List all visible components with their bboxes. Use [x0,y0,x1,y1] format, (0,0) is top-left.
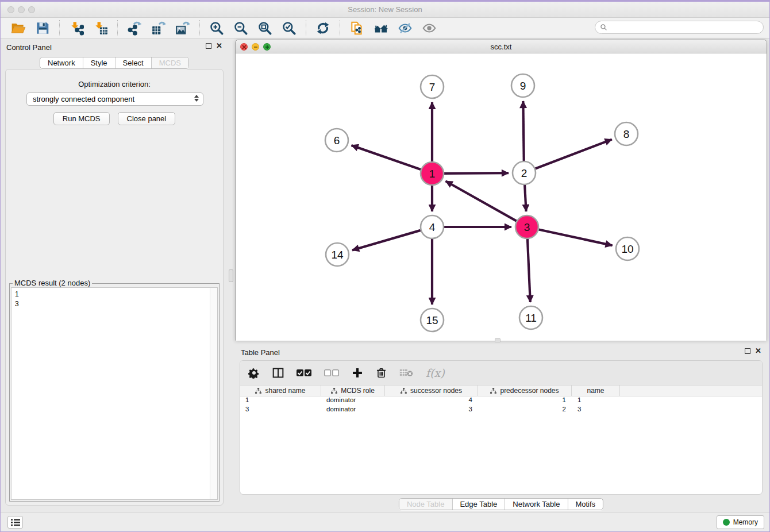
cell-shared-name[interactable]: 3 [240,406,321,415]
mcds-result-group: MCDS result (2 nodes) 1 3 [9,283,220,502]
table-panel-title: Table Panel [241,348,280,357]
float-table-panel-icon[interactable] [745,348,750,354]
criterion-select[interactable]: strongly connected component [26,92,203,106]
graph-edge-2-9[interactable] [523,101,523,161]
search-input[interactable] [610,24,759,32]
zoom-out-icon[interactable] [232,20,249,36]
import-network-icon[interactable] [68,20,85,36]
graph-edge-2-3[interactable] [525,185,526,211]
select-stepper-icon [194,95,199,102]
mcds-result-list[interactable]: 1 3 [11,287,218,500]
select-all-columns-icon[interactable] [297,366,311,380]
tab-mcds[interactable]: MCDS [152,57,188,68]
zoom-selected-icon[interactable] [280,20,298,36]
toolbar-separator [306,20,306,36]
table-row[interactable]: 3 dominator 3 2 3 [240,406,762,415]
close-panel-icon[interactable]: ✕ [216,43,222,49]
cell-mcds-role[interactable]: dominator [321,406,385,415]
cell-mcds-role[interactable]: dominator [321,396,385,406]
column-label: predecessor nodes [500,387,559,395]
tab-select[interactable]: Select [116,57,152,68]
cell-name[interactable]: 1 [572,396,620,406]
control-panel: Control Panel ✕ Network Style Select MCD… [1,39,228,512]
vertical-splitter-handle[interactable] [229,269,233,282]
network-window-title-bar[interactable]: scc.txt [236,40,767,53]
result-scrollbar[interactable] [210,288,217,499]
column-header-name[interactable]: name [572,385,620,396]
hierarchy-icon [401,388,407,394]
graph-node-label-1: 1 [429,168,436,180]
cell-successor-nodes[interactable]: 3 [385,406,478,415]
toolbar-separator [117,20,118,36]
status-bar: Memory [1,512,769,531]
apply-layout-icon[interactable] [314,20,332,36]
hierarchy-icon [331,388,337,394]
graph-node-label-7: 7 [429,81,436,93]
graph-edge-2-8[interactable] [536,140,612,169]
graph-edge-3-11[interactable] [528,239,530,302]
cell-predecessor-nodes[interactable]: 1 [478,396,572,406]
export-network-icon[interactable] [126,20,143,36]
unselect-all-columns-icon[interactable] [324,366,339,380]
network-overview-icon[interactable] [372,20,390,36]
graph-edge-1-2[interactable] [444,173,509,174]
export-image-icon[interactable] [174,20,191,36]
run-mcds-button[interactable]: Run MCDS [53,112,110,125]
import-table-icon[interactable] [92,20,109,36]
zoom-in-icon[interactable] [208,20,225,36]
column-header-predecessor-nodes[interactable]: predecessor nodes [478,385,572,396]
network-view-title: scc.txt [236,43,767,51]
cell-predecessor-nodes[interactable]: 2 [478,406,572,415]
cell-shared-name[interactable]: 1 [240,396,321,406]
close-table-panel-icon[interactable]: ✕ [755,348,761,354]
hide-details-icon[interactable] [396,20,414,36]
memory-status-icon [723,519,730,526]
tab-edge-table[interactable]: Edge Table [452,499,505,510]
settings-gear-icon[interactable] [248,366,260,380]
save-session-icon[interactable] [34,20,51,36]
hierarchy-icon [255,388,261,394]
table-panel-tabs: Node Table Edge Table Network Table Moti… [399,498,603,510]
search-box[interactable] [595,21,764,34]
table-panel: Table Panel ✕ [235,344,767,512]
cell-successor-nodes[interactable]: 4 [385,396,478,406]
graph-edge-3-1[interactable] [446,181,517,221]
graph-node-label-6: 6 [334,134,340,147]
function-builder-icon[interactable]: f(x) [426,366,445,380]
horizontal-splitter-handle[interactable] [495,338,500,342]
table-header-row: shared name MCDS role successor nodes pr… [240,385,762,396]
zoom-fit-icon[interactable] [256,20,274,36]
graph-node-label-8: 8 [623,128,630,140]
tab-style[interactable]: Style [83,57,116,68]
memory-button[interactable]: Memory [717,515,764,529]
graph-edge-4-14[interactable] [352,230,421,250]
tab-network-table[interactable]: Network Table [505,499,568,510]
criterion-value: strongly connected component [33,95,134,103]
task-history-button[interactable] [7,516,23,529]
split-panel-icon[interactable] [272,366,284,380]
close-panel-button[interactable]: Close panel [118,112,176,125]
column-header-shared-name[interactable]: shared name [240,385,321,396]
optimization-criterion-label: Optimization criterion: [6,80,223,88]
clone-network-icon[interactable] [348,20,365,36]
graph-edge-3-10[interactable] [539,229,613,245]
main-title-bar: Session: New Session [1,2,769,18]
delete-column-icon[interactable] [376,366,387,380]
network-graph-canvas[interactable]: 7968124314101511 [236,53,767,341]
memory-label: Memory [733,518,758,526]
column-header-mcds-role[interactable]: MCDS role [321,385,385,396]
tab-node-table[interactable]: Node Table [399,499,453,510]
float-panel-icon[interactable] [206,43,211,49]
cell-name[interactable]: 3 [572,406,620,415]
open-file-icon[interactable] [10,20,27,36]
table-row[interactable]: 1 dominator 4 1 1 [240,396,762,406]
add-column-icon[interactable] [352,366,363,380]
tab-network[interactable]: Network [40,57,83,68]
graph-node-label-10: 10 [621,243,633,255]
graph-edge-1-6[interactable] [351,145,421,169]
delete-table-icon[interactable] [399,366,413,380]
tab-motifs[interactable]: Motifs [568,499,603,510]
column-header-successor-nodes[interactable]: successor nodes [385,385,478,396]
show-details-icon[interactable] [421,20,438,36]
export-table-icon[interactable] [150,20,167,36]
